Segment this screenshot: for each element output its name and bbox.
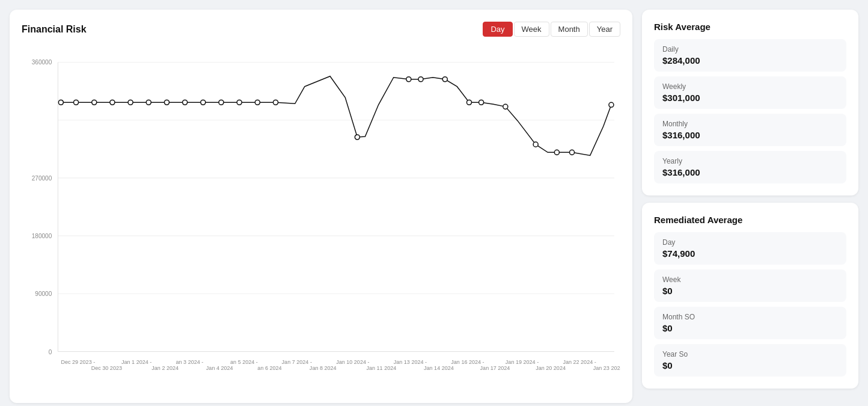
day-button[interactable]: Day xyxy=(483,22,512,37)
dot-8 xyxy=(201,100,206,105)
dot-0 xyxy=(58,100,63,105)
risk-weekly-value: $301,000 xyxy=(662,93,838,103)
dot-peak2b xyxy=(418,77,423,82)
rem-month-row: Month SO $0 xyxy=(654,307,846,339)
dot-12 xyxy=(274,100,278,105)
risk-monthly-label: Monthly xyxy=(662,120,838,128)
risk-average-card: Risk Average Daily $284,000 Weekly $301,… xyxy=(642,10,858,195)
x-label-13: Jan 14 2024 xyxy=(424,365,454,371)
dot-peak2 xyxy=(406,77,411,82)
risk-line xyxy=(61,76,611,156)
dot-flat2 xyxy=(466,100,471,105)
rem-year-row: Year So $0 xyxy=(654,344,846,377)
x-label-3: Jan 2 2024 xyxy=(151,365,179,371)
chart-area: 360000 270000 180000 90000 0 Dec 29 2023… xyxy=(22,44,620,391)
y-label-360000: 360000 xyxy=(32,59,52,66)
dot-peak2c xyxy=(442,77,447,82)
dot-9 xyxy=(219,100,224,105)
risk-monthly-value: $316,000 xyxy=(662,130,838,140)
dot-flat3 xyxy=(479,100,484,105)
risk-daily-value: $284,000 xyxy=(662,55,838,66)
dot-drop1 xyxy=(533,142,538,147)
x-label-10: Jan 10 2024 - xyxy=(336,359,369,365)
dot-last xyxy=(609,102,614,107)
x-label-18: Jan 22 2024 - xyxy=(563,359,596,365)
x-label-14: Jan 16 2024 - xyxy=(451,359,484,365)
dot-flat4 xyxy=(503,104,508,109)
x-label-12: Jan 13 2024 - xyxy=(394,359,427,365)
x-label-16: Jan 19 2024 - xyxy=(506,359,539,365)
month-button[interactable]: Month xyxy=(551,22,588,37)
rem-year-label: Year So xyxy=(662,350,838,358)
chart-title: Financial Risk xyxy=(22,24,87,35)
dot-10 xyxy=(237,100,242,105)
week-button[interactable]: Week xyxy=(514,22,549,37)
x-label-17: Jan 20 2024 xyxy=(536,365,566,371)
rem-month-label: Month SO xyxy=(662,313,838,321)
dot-6 xyxy=(164,100,169,105)
remediated-average-title: Remediated Average xyxy=(654,215,846,225)
rem-day-value: $74,900 xyxy=(662,248,838,259)
risk-yearly-row: Yearly $316,000 xyxy=(654,151,846,183)
rem-day-label: Day xyxy=(662,238,838,247)
financial-risk-chart: 360000 270000 180000 90000 0 Dec 29 2023… xyxy=(22,44,620,391)
dot-11 xyxy=(255,100,260,105)
x-label-6: an 5 2024 - xyxy=(230,359,258,365)
risk-weekly-row: Weekly $301,000 xyxy=(654,76,846,109)
rem-year-value: $0 xyxy=(662,360,838,371)
rem-day-row: Day $74,900 xyxy=(654,232,846,265)
risk-weekly-label: Weekly xyxy=(662,82,838,91)
time-buttons: Day Week Month Year xyxy=(483,22,620,37)
dot-5 xyxy=(146,100,151,105)
dot-trough xyxy=(355,135,359,140)
x-label-8: Jan 7 2024 - xyxy=(282,359,312,365)
dot-3 xyxy=(110,100,115,105)
chart-header: Financial Risk Day Week Month Year xyxy=(22,22,620,37)
risk-average-title: Risk Average xyxy=(654,22,846,32)
x-label-0: Dec 29 2023 - xyxy=(61,359,95,365)
risk-yearly-value: $316,000 xyxy=(662,167,838,177)
risk-daily-label: Daily xyxy=(662,45,838,54)
y-label-180000: 180000 xyxy=(32,233,52,239)
dot-7 xyxy=(183,100,188,105)
rem-month-value: $0 xyxy=(662,323,838,333)
x-label-7: an 6 2024 xyxy=(257,365,281,371)
rem-week-row: Week $0 xyxy=(654,269,846,302)
x-label-2: Jan 1 2024 - xyxy=(121,359,151,365)
rem-week-value: $0 xyxy=(662,286,838,296)
y-label-90000: 90000 xyxy=(35,291,52,297)
x-label-9: Jan 8 2024 xyxy=(310,365,337,371)
remediated-average-card: Remediated Average Day $74,900 Week $0 M… xyxy=(642,203,858,389)
x-label-11: Jan 11 2024 xyxy=(366,365,396,371)
dot-drop3 xyxy=(569,150,574,155)
dot-drop2 xyxy=(554,150,559,155)
x-label-15: Jan 17 2024 xyxy=(480,365,510,371)
x-label-5: Jan 4 2024 xyxy=(206,365,233,371)
rem-week-label: Week xyxy=(662,275,838,284)
dot-1 xyxy=(74,100,79,105)
y-label-270000: 270000 xyxy=(32,175,52,182)
year-button[interactable]: Year xyxy=(589,22,620,37)
y-label-0: 0 xyxy=(49,349,52,355)
x-label-4: an 3 2024 - xyxy=(176,359,204,365)
chart-panel: Financial Risk Day Week Month Year 36000… xyxy=(10,10,632,403)
risk-monthly-row: Monthly $316,000 xyxy=(654,114,846,146)
dot-4 xyxy=(128,100,133,105)
risk-yearly-label: Yearly xyxy=(662,157,838,165)
dot-2 xyxy=(92,100,97,105)
right-panel: Risk Average Daily $284,000 Weekly $301,… xyxy=(642,10,858,403)
risk-daily-row: Daily $284,000 xyxy=(654,39,846,72)
x-label-1: Dec 30 2023 xyxy=(91,365,122,371)
x-label-19: Jan 23 2024 xyxy=(593,365,620,371)
